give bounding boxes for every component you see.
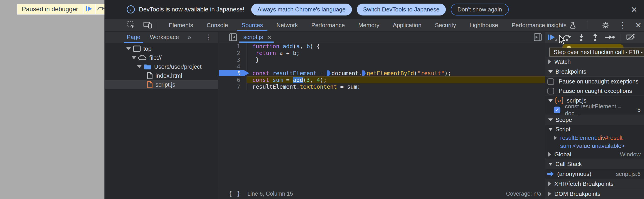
deactivate-breakpoints-button[interactable] [626, 33, 636, 41]
tree-item-users-user-project[interactable]: Users/user/project [105, 62, 218, 71]
token-pun: ); [444, 70, 451, 76]
pause-caught-checkbox[interactable] [548, 88, 554, 94]
token-pun: . [296, 83, 300, 90]
token-pun: ( [303, 77, 306, 83]
tab-performance-insights[interactable]: Performance insights [505, 19, 583, 31]
code-editor[interactable]: 1function add(a, b) {2 return a + b;3 }4… [219, 43, 545, 188]
token-pun: ); [320, 77, 327, 83]
tab-workspace[interactable]: Workspace [150, 32, 179, 43]
match-chrome-language-button[interactable]: Always match Chrome's language [251, 3, 352, 15]
breakpoint-code-label: const resultElement = doc… [565, 103, 638, 117]
sources-navigator: Page Workspace » ⋮ topfile://Users/user/… [105, 32, 218, 199]
resume-script-button[interactable] [548, 33, 557, 41]
hide-debugger-icon[interactable] [534, 33, 542, 41]
breakpoint-entry[interactable]: ✓ const resultElement = doc… 5 [545, 105, 644, 115]
step-over-button[interactable] [562, 33, 572, 41]
scope-global-row[interactable]: Global Window [545, 150, 644, 159]
tab-security[interactable]: Security [428, 19, 463, 31]
more-tabs-chevron[interactable]: » [188, 33, 191, 41]
infobar-close-icon[interactable]: × [629, 4, 640, 14]
tab-memory[interactable]: Memory [352, 19, 386, 31]
tab-label: Application [393, 22, 421, 29]
inline-breakpoint-marker-icon[interactable] [327, 70, 330, 76]
pause-caught-row: Pause on caught exceptions [545, 86, 644, 96]
tab-elements[interactable]: Elements [162, 19, 200, 31]
device-toolbar-icon[interactable] [143, 21, 152, 29]
tree-item-index.html[interactable]: index.html [105, 71, 218, 80]
dont-show-again-button[interactable]: Don't show again [451, 3, 509, 15]
scope-var-resultelement[interactable]: resultElement: div#result [545, 134, 644, 142]
expanded-triangle-icon[interactable] [126, 47, 131, 50]
expanded-triangle-icon [548, 99, 553, 102]
token-pun: = [320, 70, 327, 76]
expanded-triangle-icon [548, 163, 553, 166]
tab-performance[interactable]: Performance [305, 19, 352, 31]
gutter-line-1[interactable]: 1 [219, 43, 247, 50]
navigator-kebab-icon[interactable]: ⋮ [205, 33, 212, 41]
section-dom-breakpoints[interactable]: DOM Breakpoints [545, 189, 644, 199]
section-xhr-breakpoints[interactable]: XHR/fetch Breakpoints [545, 179, 644, 189]
token-str: "result" [417, 70, 444, 76]
gutter-line-4[interactable]: 4 [219, 63, 247, 70]
tab-network[interactable]: Network [270, 19, 304, 31]
gutter-line-2[interactable]: 2 [219, 50, 247, 56]
editor-tab-close-icon[interactable]: × [267, 34, 272, 41]
colon: : [596, 134, 598, 141]
more-options-kebab-icon[interactable]: ⋮ [618, 21, 626, 29]
tree-item-top[interactable]: top [105, 44, 218, 53]
token-pun: = [286, 77, 293, 83]
tab-console[interactable]: Console [200, 19, 234, 31]
hide-navigator-icon[interactable] [229, 33, 237, 41]
token-var: a + b; [276, 50, 300, 56]
breakpoint-marker[interactable]: 5 [219, 70, 249, 76]
screen: Paused in debugger i DevTools is now ava… [0, 0, 644, 199]
language-infobar: i DevTools is now available in Japanese!… [105, 0, 644, 19]
section-call-stack[interactable]: Call Stack [545, 159, 644, 169]
token-kw: const [252, 77, 269, 83]
tab-lighthouse[interactable]: Lighthouse [463, 19, 505, 31]
inspect-element-icon[interactable] [127, 21, 135, 29]
panel-tabs: ElementsConsoleSourcesNetworkPerformance… [162, 19, 583, 31]
infobar-message: DevTools is now available in Japanese! [139, 6, 244, 13]
colon: : [571, 143, 573, 149]
collapsed-triangle-icon [554, 136, 557, 140]
scope-var-sum[interactable]: sum: <value unavailable> [545, 142, 644, 150]
banner-resume-button[interactable] [83, 4, 95, 14]
expanded-triangle-icon [548, 70, 553, 73]
pretty-print-icon[interactable]: { } [228, 190, 241, 197]
editor-tab-scriptjs[interactable]: script.js × [243, 32, 272, 43]
tab-label: Sources [242, 22, 263, 29]
tab-sources[interactable]: Sources [235, 19, 270, 31]
gutter-line-6[interactable]: 6 [219, 76, 247, 83]
step-button[interactable] [605, 34, 615, 41]
tab-application[interactable]: Application [386, 19, 428, 31]
breakpoint-checkbox[interactable]: ✓ [554, 107, 560, 113]
tab-page[interactable]: Page [127, 32, 140, 43]
scope-script-row[interactable]: Script [545, 125, 644, 134]
inline-breakpoint-marker-icon[interactable] [362, 70, 366, 76]
editor-tab-label: script.js [243, 34, 263, 41]
code-line-7: 7resultElement.textContent = sum; [219, 83, 545, 90]
tree-item-file-[interactable]: file:// [105, 53, 218, 62]
gutter-line-7[interactable]: 7 [219, 83, 247, 90]
tree-item-script.js[interactable]: script.js [105, 80, 218, 89]
expanded-triangle-icon[interactable] [137, 65, 142, 68]
editor-statusbar: { } Line 6, Column 15 Coverage: n/a [219, 188, 545, 199]
call-stack-frame[interactable]: (anonymous) script.js:6 [545, 169, 644, 179]
switch-devtools-japanese-button[interactable]: Switch DevTools to Japanese [357, 3, 446, 15]
section-breakpoints[interactable]: Breakpoints [545, 67, 644, 76]
settings-gear-icon[interactable] [602, 21, 610, 29]
gutter-line-5[interactable]: 5 [219, 70, 247, 76]
gutter-line-3[interactable]: 3 [219, 56, 247, 63]
pause-uncaught-checkbox[interactable] [548, 78, 554, 85]
devtools-close-icon[interactable]: × [636, 20, 641, 30]
step-out-button[interactable] [591, 33, 600, 41]
file-js-icon [147, 81, 153, 88]
tree-item-label: top [143, 45, 152, 52]
expanded-triangle-icon[interactable] [132, 56, 136, 59]
token-pun: } [252, 56, 259, 63]
code-content-2: return a + b; [247, 50, 545, 56]
step-into-button[interactable] [577, 33, 586, 41]
token-prop: textContent [300, 83, 337, 90]
section-watch[interactable]: Watch [545, 57, 644, 67]
